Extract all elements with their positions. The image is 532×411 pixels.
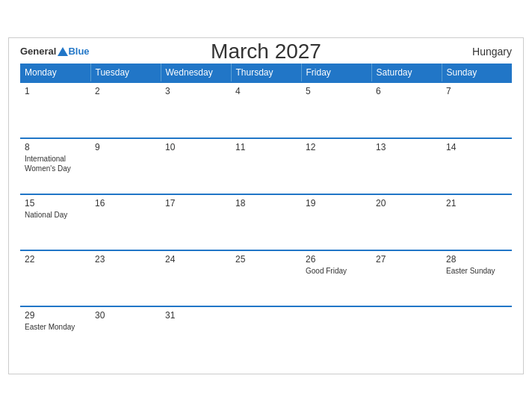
- day-number: 17: [165, 198, 226, 208]
- calendar-wrapper: General Blue March 2027 Hungary Monday T…: [8, 37, 524, 374]
- cell-w3-d5: 19: [301, 194, 371, 250]
- holiday-label: Good Friday: [306, 266, 367, 276]
- logo: General Blue: [20, 46, 90, 57]
- day-number: 29: [25, 310, 86, 321]
- cell-w1-d5: 5: [301, 82, 371, 138]
- col-tuesday: Tuesday: [90, 64, 161, 82]
- cell-w1-d3: 3: [161, 82, 231, 138]
- cell-w4-d7: 28Easter Sunday: [442, 250, 512, 306]
- calendar-header: General Blue March 2027 Hungary: [20, 46, 512, 58]
- day-number: 14: [446, 142, 507, 152]
- day-number: 10: [165, 142, 226, 152]
- cell-w3-d6: 20: [371, 194, 442, 250]
- day-number: 31: [165, 310, 226, 321]
- day-number: 6: [376, 86, 437, 96]
- day-number: 11: [235, 142, 297, 152]
- cell-w2-d7: 14: [442, 138, 512, 194]
- day-number: 25: [235, 254, 297, 265]
- cell-w5-d5: [301, 306, 371, 362]
- day-number: 2: [95, 86, 156, 96]
- country-label: Hungary: [472, 46, 512, 58]
- cell-w2-d6: 13: [371, 138, 442, 194]
- cell-w1-d6: 6: [371, 82, 442, 138]
- day-number: 16: [95, 198, 156, 208]
- day-number: 13: [376, 142, 437, 152]
- cell-w4-d4: 25: [231, 250, 301, 306]
- col-sunday: Sunday: [442, 64, 512, 82]
- cell-w1-d7: 7: [442, 82, 512, 138]
- cell-w2-d3: 10: [161, 138, 231, 194]
- cell-w3-d1: 15National Day: [20, 194, 90, 250]
- col-wednesday: Wednesday: [161, 64, 231, 82]
- cell-w1-d2: 2: [90, 82, 161, 138]
- week-row-5: 29Easter Monday3031: [20, 306, 512, 362]
- logo-blue-text: Blue: [68, 46, 89, 57]
- week-row-4: 2223242526Good Friday2728Easter Sunday: [20, 250, 512, 306]
- day-number: 4: [235, 86, 297, 96]
- cell-w5-d3: 31: [161, 306, 231, 362]
- cell-w3-d2: 16: [90, 194, 161, 250]
- day-number: 7: [446, 86, 507, 96]
- holiday-label: Easter Monday: [25, 322, 86, 332]
- cell-w4-d6: 27: [371, 250, 442, 306]
- cell-w1-d4: 4: [231, 82, 301, 138]
- col-saturday: Saturday: [371, 64, 442, 82]
- cell-w3-d4: 18: [231, 194, 301, 250]
- cell-w5-d2: 30: [90, 306, 161, 362]
- day-number: 1: [25, 86, 86, 96]
- day-number: 23: [95, 254, 156, 265]
- col-thursday: Thursday: [231, 64, 301, 82]
- day-number: 30: [95, 310, 156, 321]
- col-monday: Monday: [20, 64, 90, 82]
- calendar-grid: Monday Tuesday Wednesday Thursday Friday…: [20, 64, 512, 362]
- day-number: 8: [25, 142, 86, 152]
- day-number: 9: [95, 142, 156, 152]
- day-number: 15: [25, 198, 86, 208]
- cell-w2-d5: 12: [301, 138, 371, 194]
- day-number: 3: [165, 86, 226, 96]
- holiday-label: Easter Sunday: [446, 266, 507, 276]
- cell-w5-d1: 29Easter Monday: [20, 306, 90, 362]
- cell-w3-d3: 17: [161, 194, 231, 250]
- day-number: 19: [306, 198, 367, 208]
- cell-w2-d2: 9: [90, 138, 161, 194]
- holiday-label: International Women's Day: [25, 154, 86, 173]
- week-row-2: 8International Women's Day91011121314: [20, 138, 512, 194]
- week-row-3: 15National Day161718192021: [20, 194, 512, 250]
- week-row-1: 1234567: [20, 82, 512, 138]
- cell-w3-d7: 21: [442, 194, 512, 250]
- cell-w4-d1: 22: [20, 250, 90, 306]
- day-number: 20: [376, 198, 437, 208]
- cell-w2-d4: 11: [231, 138, 301, 194]
- cell-w1-d1: 1: [20, 82, 90, 138]
- cell-w4-d3: 24: [161, 250, 231, 306]
- weekday-header-row: Monday Tuesday Wednesday Thursday Friday…: [20, 64, 512, 82]
- calendar-title: March 2027: [211, 40, 321, 64]
- day-number: 12: [306, 142, 367, 152]
- day-number: 22: [25, 254, 86, 265]
- day-number: 18: [235, 198, 297, 208]
- cell-w4-d5: 26Good Friday: [301, 250, 371, 306]
- cell-w5-d4: [231, 306, 301, 362]
- day-number: 21: [446, 198, 507, 208]
- day-number: 24: [165, 254, 226, 265]
- logo-triangle-icon: [58, 47, 68, 56]
- day-number: 26: [306, 254, 367, 265]
- day-number: 28: [446, 254, 507, 265]
- day-number: 27: [376, 254, 437, 265]
- holiday-label: National Day: [25, 210, 86, 220]
- cell-w5-d7: [442, 306, 512, 362]
- cell-w2-d1: 8International Women's Day: [20, 138, 90, 194]
- cell-w4-d2: 23: [90, 250, 161, 306]
- logo-general-text: General: [20, 46, 56, 57]
- day-number: 5: [306, 86, 367, 96]
- col-friday: Friday: [301, 64, 371, 82]
- cell-w5-d6: [371, 306, 442, 362]
